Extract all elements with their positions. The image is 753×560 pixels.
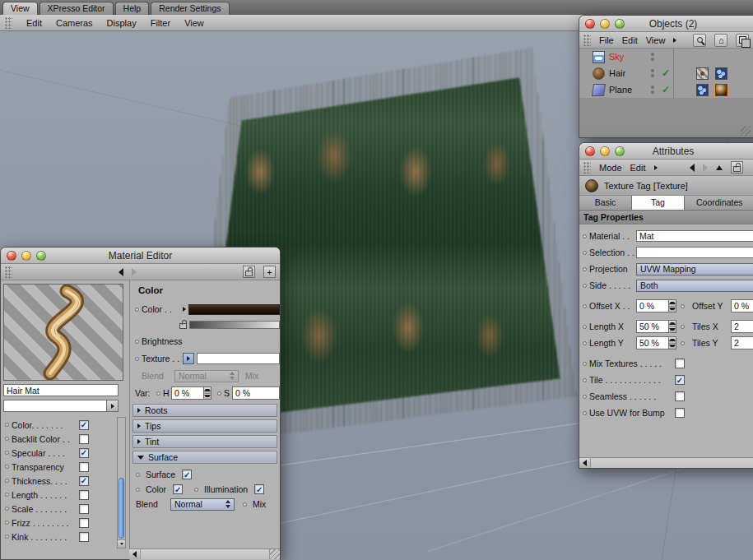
search-icon[interactable] xyxy=(693,34,706,47)
object-name-sky[interactable]: Sky xyxy=(609,52,647,62)
surface-blend-dropdown[interactable]: Normal xyxy=(170,498,235,511)
length-y-spinner[interactable]: 50 % xyxy=(636,336,676,349)
surface-checkbox[interactable] xyxy=(182,470,192,479)
close-button[interactable] xyxy=(585,146,595,156)
resize-grip[interactable] xyxy=(741,126,751,136)
selection-field[interactable] xyxy=(636,247,753,258)
keyframe-dot[interactable] xyxy=(5,535,9,539)
menu-display[interactable]: Display xyxy=(107,18,137,28)
visibility-dots[interactable] xyxy=(647,86,658,94)
channel-row-kink[interactable]: Kink . . . . . . . . xyxy=(3,530,127,544)
visibility-dots[interactable] xyxy=(647,69,658,77)
scrollbar-track[interactable] xyxy=(591,458,753,468)
s-field[interactable]: 0 % xyxy=(232,386,280,400)
object-name-hair[interactable]: Hair xyxy=(609,68,647,78)
group-roots[interactable]: Roots xyxy=(132,404,277,417)
h-spinner[interactable]: 0 % xyxy=(171,386,211,400)
keyframe-dot[interactable] xyxy=(583,378,587,382)
keyframe-dot[interactable] xyxy=(5,423,9,427)
tab-view[interactable]: View xyxy=(2,2,38,15)
minimize-button[interactable] xyxy=(600,19,610,29)
keyframe-dot[interactable] xyxy=(583,362,587,366)
material-field[interactable]: Mat xyxy=(636,230,753,242)
keyframe-dot[interactable] xyxy=(135,340,139,344)
brightness-slider[interactable] xyxy=(189,321,280,329)
enable-toggle[interactable] xyxy=(658,84,673,95)
history-back-icon[interactable] xyxy=(119,268,123,276)
keyframe-dot[interactable] xyxy=(5,465,9,469)
history-back-icon[interactable] xyxy=(690,164,695,172)
keyframe-dot[interactable] xyxy=(681,304,685,308)
resize-grip[interactable] xyxy=(269,549,280,559)
objects-menu-edit[interactable]: Edit xyxy=(622,35,638,45)
mix-textures-checkbox[interactable] xyxy=(675,359,685,368)
scroll-left-icon[interactable] xyxy=(579,458,591,468)
tab-render-settings[interactable]: Render Settings xyxy=(151,2,229,15)
frizz-channel-checkbox[interactable] xyxy=(79,518,89,528)
visibility-dots[interactable] xyxy=(647,53,658,61)
length-channel-checkbox[interactable] xyxy=(79,490,89,500)
keyframe-dot[interactable] xyxy=(217,391,221,396)
group-surface[interactable]: Surface xyxy=(132,451,277,464)
keyframe-dot[interactable] xyxy=(583,284,587,288)
keyframe-dot[interactable] xyxy=(583,234,587,238)
attributes-menu-edit[interactable]: Edit xyxy=(630,163,646,173)
scroll-down-icon[interactable] xyxy=(118,539,125,548)
objects-menu-file[interactable]: File xyxy=(599,35,614,45)
horizontal-scrollbar[interactable] xyxy=(579,457,753,468)
specular-channel-checkbox[interactable] xyxy=(79,448,89,458)
uvw-bump-checkbox[interactable] xyxy=(675,408,685,418)
spinner-arrows-icon[interactable] xyxy=(669,299,676,312)
keyframe-dot[interactable] xyxy=(583,395,587,399)
tiles-y-field[interactable]: 2 xyxy=(731,336,753,349)
keyframe-dot[interactable] xyxy=(135,308,139,312)
attributes-menu-mode[interactable]: Mode xyxy=(599,163,622,173)
keyframe-dot[interactable] xyxy=(136,473,140,477)
channel-row-color[interactable]: Color. . . . . . . xyxy=(3,418,127,432)
attributes-titlebar[interactable]: Attributes xyxy=(579,143,753,160)
tile-checkbox[interactable] xyxy=(675,375,685,385)
keyframe-dot[interactable] xyxy=(5,437,9,441)
channel-row-thickness[interactable]: Thickness. . . . xyxy=(3,474,127,488)
channel-row-length[interactable]: Length . . . . . . xyxy=(3,488,127,502)
seamless-checkbox[interactable] xyxy=(675,391,685,401)
projection-dropdown[interactable]: UVW Mapping xyxy=(636,263,753,275)
horizontal-scrollbar[interactable] xyxy=(129,548,280,559)
keyframe-dot[interactable] xyxy=(5,493,9,497)
illumination-checkbox[interactable] xyxy=(254,484,264,494)
keyframe-dot[interactable] xyxy=(135,357,139,361)
thickness-channel-checkbox[interactable] xyxy=(79,476,89,486)
spinner-arrows-icon[interactable] xyxy=(669,320,676,333)
object-row-sky[interactable]: Sky xyxy=(579,49,753,65)
palette-grip[interactable] xyxy=(5,266,12,278)
zoom-button[interactable] xyxy=(615,146,625,156)
channel-row-specular[interactable]: Specular . . . . xyxy=(3,446,127,460)
palette-grip[interactable] xyxy=(5,17,12,29)
zoom-button[interactable] xyxy=(36,251,46,261)
material-layer-dropdown-icon[interactable] xyxy=(107,400,119,412)
keyframe-dot[interactable] xyxy=(5,521,9,525)
lock-icon[interactable] xyxy=(243,266,255,278)
menu-filter[interactable]: Filter xyxy=(151,18,170,28)
keyframe-dot[interactable] xyxy=(194,488,198,492)
close-button[interactable] xyxy=(585,19,595,29)
spinner-arrows-icon[interactable] xyxy=(204,386,211,400)
texture-field[interactable] xyxy=(197,353,280,364)
tiles-x-spinner[interactable]: 2 xyxy=(731,320,753,333)
kink-channel-checkbox[interactable] xyxy=(79,532,89,542)
history-forward-icon[interactable] xyxy=(132,268,137,276)
phong-tag-icon[interactable] xyxy=(696,84,709,96)
channel-row-backlit[interactable]: Backlit Color . . xyxy=(3,432,127,446)
objects-menu-view[interactable]: View xyxy=(646,35,666,45)
keyframe-dot[interactable] xyxy=(136,488,140,492)
objects-titlebar[interactable]: Objects (2) xyxy=(579,16,753,32)
phong-tag-icon[interactable] xyxy=(715,67,727,80)
spinner-arrows-icon[interactable] xyxy=(669,336,676,349)
scale-channel-checkbox[interactable] xyxy=(79,504,89,514)
keyframe-dot[interactable] xyxy=(156,391,160,396)
menu-overflow-icon[interactable] xyxy=(673,38,676,43)
keyframe-dot[interactable] xyxy=(583,267,587,271)
tab-tag[interactable]: Tag xyxy=(632,196,685,210)
scrollbar-thumb[interactable] xyxy=(119,478,124,539)
lock-icon[interactable] xyxy=(179,323,187,329)
